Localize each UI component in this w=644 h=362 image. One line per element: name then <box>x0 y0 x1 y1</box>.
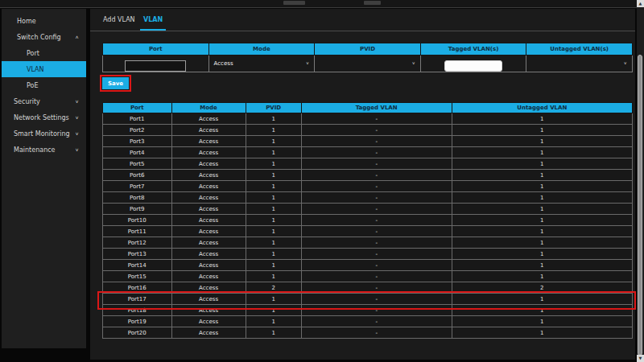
sidebar-item-smart-monitoring[interactable]: Smart Monitoring ∨ <box>2 125 86 142</box>
cell-tagged-vlan: - <box>301 113 452 125</box>
sidebar-item-vlan[interactable]: VLAN <box>2 61 86 77</box>
cell-port: Port20 <box>103 327 172 339</box>
table-row-port11: Port11 Access 1 - 1 <box>103 226 633 237</box>
table-header-pvid: PVID <box>246 103 301 113</box>
cell-port: Port8 <box>103 192 172 204</box>
cell-tagged-vlan: - <box>301 204 452 215</box>
cell-tagged-vlan: - <box>301 158 452 170</box>
cell-untagged-vlan: 1 <box>452 271 632 282</box>
sidebar-item-label: PoE <box>2 82 39 89</box>
scroll-up-icon[interactable]: ▲ <box>637 0 644 7</box>
cell-mode: Access <box>171 249 246 260</box>
cell-tagged-vlan: - <box>301 192 452 204</box>
table-row-port16: Port16 Access 2 - 2 <box>103 282 633 294</box>
main-content: Add VLAN VLAN Port Mode PVID Tagged VLAN… <box>90 9 635 360</box>
clipped-text-artifact <box>364 1 381 5</box>
save-button-annotation: Save <box>100 75 131 92</box>
cell-pvid: 1 <box>246 237 301 249</box>
table-row-port20: Port20 Access 1 - 1 <box>103 327 633 339</box>
sidebar-item-network-settings[interactable]: Network Settings ∨ <box>2 109 86 125</box>
form-input-row: Access ∨ ∨ ∨ <box>103 56 633 72</box>
table-row-port15: Port15 Access 1 - 1 <box>103 271 633 282</box>
tagged-vlan-input[interactable] <box>444 60 502 72</box>
cell-untagged-vlan: 1 <box>452 158 632 170</box>
sidebar-item-security[interactable]: Security ∨ <box>2 93 86 109</box>
cell-mode: Access <box>171 305 246 316</box>
table-row-port18: Port18 Access 1 - 1 <box>103 305 633 316</box>
sidebar-item-port[interactable]: Port <box>2 45 86 61</box>
cell-mode: Access <box>171 147 246 158</box>
sidebar-item-label: Network Settings <box>2 114 69 121</box>
cell-port: Port1 <box>103 113 172 125</box>
cell-pvid: 1 <box>246 158 301 170</box>
tab-add-vlan[interactable]: Add VLAN <box>103 9 135 31</box>
tab-vlan[interactable]: VLAN <box>140 9 166 31</box>
table-header-mode: Mode <box>171 103 246 113</box>
cell-pvid: 1 <box>246 147 301 158</box>
table-header-tagged: Tagged VLAN <box>301 103 452 113</box>
cell-port: Port9 <box>103 204 172 215</box>
table-row-port9: Port9 Access 1 - 1 <box>103 204 633 215</box>
scrollbar-thumb[interactable] <box>638 55 642 356</box>
scroll-down-icon[interactable]: ▼ <box>637 355 644 362</box>
cell-port: Port7 <box>103 181 172 192</box>
table-row-port10: Port10 Access 1 - 1 <box>103 215 633 226</box>
mode-select-value: Access <box>214 60 233 67</box>
untagged-vlan-select[interactable]: ∨ <box>528 57 630 69</box>
cell-mode: Access <box>171 260 246 271</box>
cell-untagged-vlan: 1 <box>452 113 632 125</box>
chevron-down-icon: ∨ <box>75 131 79 136</box>
cell-untagged-vlan: 1 <box>452 192 632 204</box>
sidebar-item-label: Switch Config <box>2 34 61 41</box>
sidebar-item-poe[interactable]: PoE <box>2 77 86 93</box>
sidebar-item-label: VLAN <box>2 66 44 73</box>
pvid-select[interactable]: ∨ <box>316 57 419 69</box>
clipped-text-artifact <box>283 1 305 5</box>
cell-mode: Access <box>171 271 246 282</box>
chevron-up-icon: ∧ <box>75 35 79 39</box>
cell-mode: Access <box>171 316 246 327</box>
vlan-table: Port Mode PVID Tagged VLAN Untagged VLAN… <box>102 102 633 339</box>
cell-port: Port3 <box>103 136 172 147</box>
table-row-port19: Port19 Access 1 - 1 <box>103 316 633 327</box>
port-input[interactable] <box>125 60 186 72</box>
cell-pvid: 1 <box>246 125 301 136</box>
cell-port: Port17 <box>103 294 172 305</box>
table-row-port2: Port2 Access 1 - 1 <box>103 125 633 136</box>
cell-mode: Access <box>171 226 246 237</box>
table-header-row: Port Mode PVID Tagged VLAN Untagged VLAN <box>103 103 633 113</box>
cell-pvid: 1 <box>246 170 301 181</box>
mode-select[interactable]: Access ∨ <box>211 57 313 69</box>
cell-tagged-vlan: - <box>301 294 452 305</box>
form-header-pvid: PVID <box>315 43 421 56</box>
cell-tagged-vlan: - <box>301 125 452 136</box>
cell-mode: Access <box>171 192 246 204</box>
table-row-port4: Port4 Access 1 - 1 <box>103 147 633 158</box>
cell-tagged-vlan: - <box>301 136 452 147</box>
cell-tagged-vlan: - <box>301 271 452 282</box>
cell-tagged-vlan: - <box>301 237 452 249</box>
cell-pvid: 1 <box>246 294 301 305</box>
table-row-port1: Port1 Access 1 - 1 <box>103 113 633 125</box>
cell-pvid: 1 <box>246 260 301 271</box>
clipped-browser-strip <box>0 0 644 7</box>
cell-untagged-vlan: 1 <box>452 125 632 136</box>
cell-port: Port15 <box>103 271 172 282</box>
cell-untagged-vlan: 2 <box>452 282 632 294</box>
sidebar-item-home[interactable]: Home <box>2 13 86 29</box>
cell-tagged-vlan: - <box>301 282 452 294</box>
sidebar-item-label: Home <box>2 18 36 25</box>
cell-tagged-vlan: - <box>301 316 452 327</box>
cell-untagged-vlan: 1 <box>452 215 632 226</box>
cell-untagged-vlan: 1 <box>452 237 632 249</box>
sidebar-item-switch-config[interactable]: Switch Config ∧ <box>2 29 86 45</box>
cell-pvid: 1 <box>246 215 301 226</box>
cell-tagged-vlan: - <box>301 327 452 339</box>
cell-tagged-vlan: - <box>301 181 452 192</box>
cell-untagged-vlan: 1 <box>452 204 632 215</box>
vlan-form-table: Port Mode PVID Tagged VLAN(s) Untagged V… <box>102 43 633 72</box>
save-button[interactable]: Save <box>102 77 129 89</box>
cell-port: Port13 <box>103 249 172 260</box>
table-row-port5: Port5 Access 1 - 1 <box>103 158 633 170</box>
sidebar-item-maintenance[interactable]: Maintenance ∨ <box>2 142 86 158</box>
